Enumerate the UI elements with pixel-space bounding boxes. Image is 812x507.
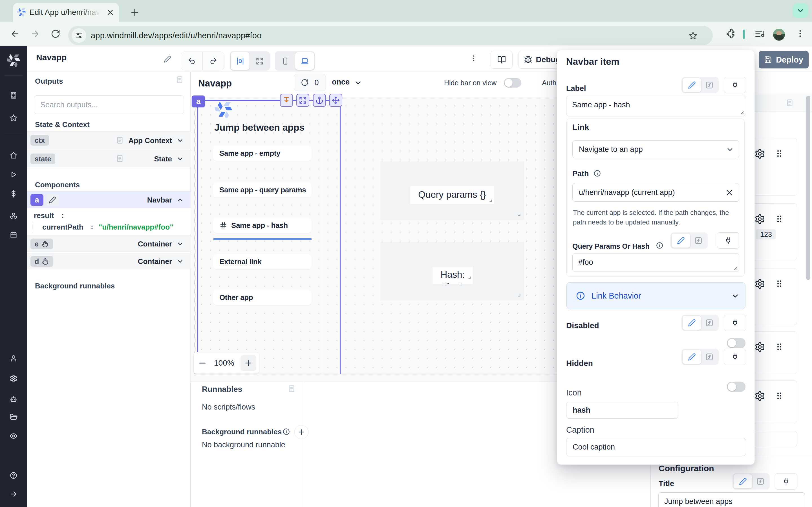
chevron-up-icon[interactable] (176, 196, 184, 204)
move-component-button[interactable] (329, 94, 342, 107)
resize-corner-icon[interactable] (516, 212, 522, 217)
info-icon[interactable] (594, 170, 601, 177)
resources-boxes-icon[interactable] (10, 212, 17, 220)
extensions-puzzle-icon[interactable] (725, 29, 735, 39)
item-drag-grip-icon[interactable] (774, 391, 784, 401)
nav-item-same-app-query-params[interactable]: Same app - query params (213, 182, 312, 198)
window-corner-button[interactable] (793, 3, 808, 18)
expression-fx-button[interactable] (701, 78, 718, 92)
static-value-pencil-button[interactable] (682, 350, 701, 364)
static-value-pencil-button[interactable] (733, 474, 752, 489)
chevron-down-icon[interactable] (176, 240, 184, 247)
more-options-kebab-icon[interactable] (470, 54, 477, 62)
resize-corner-icon[interactable] (488, 198, 493, 203)
browser-tab[interactable]: Edit App u/henri/navapp | Win (13, 3, 119, 22)
new-tab-icon[interactable] (130, 8, 139, 17)
connect-plug-button[interactable] (717, 232, 739, 249)
refresh-counter[interactable]: 0 (294, 74, 326, 91)
browser-back-icon[interactable] (10, 29, 20, 39)
collapse-arrow-icon[interactable] (10, 490, 17, 498)
static-value-pencil-button[interactable] (672, 233, 690, 247)
expand-down-button[interactable] (280, 94, 293, 107)
link-kind-select[interactable]: Navigate to an app (572, 140, 739, 158)
bookmark-star-icon[interactable] (689, 31, 698, 40)
resize-corner-icon[interactable] (467, 275, 472, 280)
help-icon[interactable] (10, 471, 17, 480)
state-doc-icon[interactable] (116, 155, 124, 163)
ctx-doc-icon[interactable] (116, 136, 124, 144)
label-input[interactable]: Same app - hash (566, 96, 746, 116)
item-settings-gear-icon[interactable] (755, 149, 765, 159)
icon-input[interactable]: hash (566, 402, 678, 418)
url-bar[interactable]: app.windmill.dev/apps/edit/u/henri/navap… (68, 26, 713, 45)
workspace-building-icon[interactable] (10, 91, 17, 99)
media-playlist-icon[interactable] (755, 29, 765, 39)
expression-fx-button[interactable] (752, 474, 769, 489)
item-drag-grip-icon[interactable] (774, 279, 784, 289)
item-drag-grip-icon[interactable] (774, 149, 784, 159)
hash-text-box[interactable]: Hash: "foo" (433, 267, 473, 284)
component-row-d[interactable]: d Container (27, 253, 191, 269)
folders-icon[interactable] (10, 413, 17, 421)
connect-plug-button[interactable] (775, 473, 797, 490)
title-input[interactable]: Jump between apps (658, 492, 805, 507)
nav-item-other-app[interactable]: Other app (213, 290, 312, 305)
home-icon[interactable] (10, 152, 17, 159)
output-row-ctx[interactable]: ctx App Context (27, 131, 191, 149)
disabled-toggle[interactable] (727, 338, 746, 348)
chevron-down-icon[interactable] (354, 79, 362, 87)
caption-input[interactable]: Cool caption (566, 438, 746, 456)
anchor-component-button[interactable] (313, 94, 326, 107)
expression-fx-button[interactable] (690, 233, 707, 247)
connect-plug-button[interactable] (724, 315, 746, 331)
path-input[interactable]: u/henri/navapp (current app) (572, 183, 739, 202)
info-icon[interactable] (656, 242, 663, 249)
browser-reload-icon[interactable] (51, 29, 60, 39)
resize-corner-icon[interactable] (516, 292, 522, 298)
item-drag-grip-icon[interactable] (774, 214, 784, 224)
nav-item-same-app-hash[interactable]: Same app - hash (213, 218, 312, 233)
component-row-e[interactable]: e Container (27, 235, 191, 252)
item-settings-gear-icon[interactable] (755, 342, 765, 352)
expression-fx-button[interactable] (701, 350, 718, 364)
center-layout-button[interactable] (231, 52, 250, 70)
component-row-navbar[interactable]: a Navbar (27, 191, 191, 208)
clear-x-icon[interactable] (725, 189, 733, 196)
query-params-input[interactable]: #foo (572, 253, 739, 272)
windmill-logo[interactable] (7, 54, 20, 67)
page-scrollbar-thumb[interactable] (806, 96, 810, 280)
chevron-down-icon[interactable] (176, 258, 184, 265)
hide-bar-toggle[interactable] (504, 78, 521, 88)
item-settings-gear-icon[interactable] (755, 391, 765, 401)
redo-button[interactable] (203, 52, 224, 70)
zoom-out-icon[interactable] (198, 359, 207, 367)
chevron-down-icon[interactable] (176, 137, 184, 144)
chevron-down-icon[interactable] (176, 155, 184, 163)
search-outputs-input[interactable] (34, 96, 184, 114)
static-value-pencil-button[interactable] (682, 78, 701, 92)
nav-item-external-link[interactable]: External link (213, 254, 312, 269)
runnables-doc-icon[interactable] (288, 385, 296, 393)
hash-container[interactable]: Hash: "foo" (380, 242, 524, 300)
tab-close-icon[interactable] (107, 9, 114, 16)
site-settings-button[interactable] (71, 28, 86, 43)
variables-dollar-icon[interactable] (10, 190, 17, 198)
outputs-doc-icon[interactable] (175, 76, 184, 83)
settings-gear-icon[interactable] (10, 375, 17, 383)
link-behavior-accordion[interactable]: Link Behavior (566, 282, 746, 309)
textarea-resize-icon[interactable] (739, 110, 744, 115)
nav-item-same-app-empty[interactable]: Same app - empty (213, 146, 312, 161)
undo-button[interactable] (181, 52, 203, 70)
browser-menu-kebab-icon[interactable] (796, 29, 805, 38)
deploy-button[interactable]: Deploy (759, 51, 809, 68)
query-params-text-box[interactable]: Query params {} (410, 186, 494, 204)
item-settings-gear-icon[interactable] (755, 214, 765, 224)
expression-fx-button[interactable] (701, 316, 718, 330)
textarea-resize-icon[interactable] (732, 266, 738, 271)
add-background-runnable-button[interactable] (294, 425, 308, 439)
fullwidth-layout-button[interactable] (250, 52, 269, 70)
rename-pencil-icon[interactable] (164, 55, 171, 63)
item-drag-grip-icon[interactable] (774, 342, 784, 352)
docs-book-button[interactable] (491, 51, 513, 69)
favorites-star-icon[interactable] (10, 114, 17, 122)
